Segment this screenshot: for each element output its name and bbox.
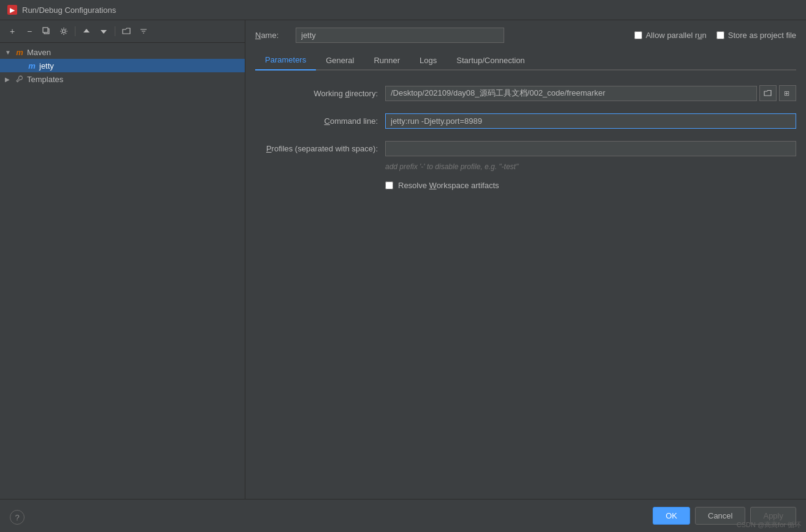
move-up-button[interactable]: [79, 24, 94, 39]
copy-button[interactable]: [39, 24, 54, 39]
remove-button[interactable]: −: [22, 24, 37, 39]
command-line-input[interactable]: [385, 113, 796, 129]
profiles-input-group: [385, 141, 796, 156]
command-line-row: Command line:: [255, 113, 796, 129]
command-line-input-group: [385, 113, 796, 129]
store-as-project-file-label: Store as project file: [728, 31, 796, 40]
tree-item-templates[interactable]: ▶ Templates: [0, 72, 245, 86]
toolbar-separator-2: [115, 26, 115, 36]
add-button[interactable]: +: [5, 24, 20, 39]
tree-item-jetty-label: jetty: [39, 61, 54, 70]
allow-parallel-run-row[interactable]: Allow parallel run: [634, 31, 707, 40]
tree-item-jetty[interactable]: m jetty: [0, 59, 245, 72]
resolve-workspace-row: Resolve Workspace artifacts: [255, 181, 796, 190]
allow-parallel-run-label: Allow parallel run: [646, 31, 707, 40]
tree-item-maven-label: Maven: [27, 48, 51, 57]
parameters-form: Working directory: ⊞: [255, 80, 796, 492]
tab-general[interactable]: General: [316, 50, 364, 70]
working-directory-label: Working directory:: [255, 89, 378, 98]
store-as-project-file-checkbox[interactable]: [716, 31, 724, 39]
header-right: Allow parallel run Store as project file: [634, 31, 796, 40]
title-bar: ▶ Run/Debug Configurations: [0, 0, 806, 20]
wrench-icon: [15, 74, 25, 84]
working-directory-macro-btn[interactable]: ⊞: [779, 85, 796, 101]
maven-icon: m: [15, 47, 25, 57]
toolbar: + −: [0, 20, 245, 43]
bottom-bar: OK Cancel Apply: [0, 499, 806, 532]
maven-blue-icon: m: [27, 61, 37, 70]
expand-arrow-maven: ▼: [5, 49, 12, 56]
left-panel: + −: [0, 20, 245, 499]
sort-button[interactable]: [136, 24, 151, 39]
resolve-workspace-label: Resolve Workspace artifacts: [398, 181, 499, 190]
help-button[interactable]: ?: [10, 510, 25, 525]
working-directory-input[interactable]: [385, 86, 757, 101]
toolbar-separator-1: [75, 26, 75, 36]
working-directory-row: Working directory: ⊞: [255, 85, 796, 101]
command-line-label: Command line:: [255, 116, 378, 126]
tab-runner[interactable]: Runner: [364, 50, 410, 70]
store-as-project-file-row[interactable]: Store as project file: [716, 31, 796, 40]
tree-area: ▼ m Maven m jetty ▶: [0, 43, 245, 499]
folder-button[interactable]: [119, 24, 134, 39]
ok-button[interactable]: OK: [653, 507, 690, 525]
svg-text:⊞: ⊞: [784, 89, 789, 97]
profiles-label: Profiles (separated with space):: [255, 144, 378, 153]
resolve-workspace-checkbox[interactable]: [385, 181, 393, 189]
run-debug-dialog: ▶ Run/Debug Configurations + −: [0, 0, 806, 532]
profiles-row: Profiles (separated with space):: [255, 141, 796, 156]
allow-parallel-run-checkbox[interactable]: [634, 31, 642, 39]
app-icon: ▶: [7, 5, 17, 15]
svg-point-2: [63, 30, 66, 33]
profiles-hint: add prefix '-' to disable profile, e.g. …: [385, 162, 796, 171]
move-down-button[interactable]: [96, 24, 111, 39]
working-directory-browse-btn[interactable]: [759, 85, 777, 101]
settings-button[interactable]: [56, 24, 71, 39]
name-label: Name:: [255, 31, 286, 40]
right-panel: Name: Allow parallel run Store as projec…: [245, 20, 806, 499]
expand-arrow-templates: ▶: [5, 76, 12, 83]
dialog-title: Run/Debug Configurations: [22, 6, 116, 15]
tab-parameters[interactable]: Parameters: [255, 50, 316, 70]
name-input[interactable]: [296, 28, 504, 43]
tree-item-templates-label: Templates: [27, 75, 63, 84]
tree-item-maven[interactable]: ▼ m Maven: [0, 45, 245, 59]
watermark: CSDN @高高for 循环: [737, 520, 801, 530]
working-directory-input-group: ⊞: [385, 85, 796, 101]
main-content: + −: [0, 20, 806, 499]
name-row: Name: Allow parallel run Store as projec…: [255, 28, 796, 43]
svg-rect-1: [43, 28, 48, 32]
tabs-bar: Parameters General Runner Logs Startup/C…: [255, 50, 796, 70]
tab-logs[interactable]: Logs: [410, 50, 447, 70]
profiles-input[interactable]: [385, 141, 796, 156]
tab-startup-connection[interactable]: Startup/Connection: [447, 50, 534, 70]
